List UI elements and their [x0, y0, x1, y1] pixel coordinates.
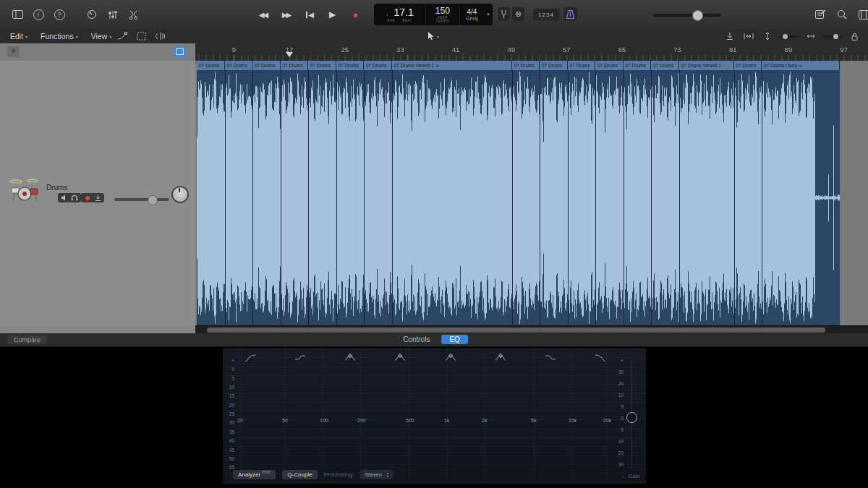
- bell-band-icon[interactable]: [445, 352, 456, 361]
- marquee-scissors-icon[interactable]: [135, 30, 148, 42]
- ruler-mark: 25: [341, 46, 349, 53]
- rewind-button[interactable]: ◀◀: [253, 7, 273, 22]
- region[interactable]: 07 Drums: [225, 61, 253, 70]
- waveform-canvas[interactable]: [197, 70, 840, 325]
- inspector-icon[interactable]: i: [30, 7, 47, 22]
- count-in-button[interactable]: 1234: [533, 9, 559, 20]
- functions-menu[interactable]: Functions▾: [41, 32, 78, 40]
- note-pads-icon[interactable]: [812, 7, 829, 22]
- tuner-icon[interactable]: [498, 7, 510, 21]
- q-couple-button[interactable]: Q-Couple: [282, 470, 317, 479]
- input-monitor-icon[interactable]: [94, 194, 101, 202]
- no-input-icon[interactable]: ⊗: [512, 7, 524, 21]
- region[interactable]: 07 Drums Verse6.1: [679, 61, 734, 70]
- track-header-config-button[interactable]: [173, 46, 187, 57]
- tab-controls[interactable]: Controls: [400, 335, 433, 344]
- db-scale-label: 15: [224, 393, 234, 398]
- bar-ruler[interactable]: 91725334149576573818997: [195, 43, 868, 61]
- library-icon[interactable]: [9, 7, 26, 22]
- catch-playhead-icon[interactable]: [723, 30, 736, 42]
- db-scale-label: 20: [224, 403, 234, 408]
- go-to-beginning-button[interactable]: ◀: [299, 7, 319, 22]
- horizontal-zoom-icon[interactable]: [804, 30, 817, 42]
- loop-browser-icon[interactable]: [833, 7, 851, 22]
- mixer-icon[interactable]: [104, 7, 122, 22]
- region[interactable]: 07 Drums: [364, 61, 392, 70]
- gain-scale-label: 10: [613, 393, 624, 398]
- region[interactable]: 07 Drums: [336, 61, 365, 70]
- edit-menu[interactable]: Edit▾: [10, 32, 27, 40]
- drum-kit-icon: [9, 176, 41, 205]
- metronome-icon[interactable]: [563, 7, 577, 21]
- processing-dropdown[interactable]: Stereo ▲▼: [360, 470, 393, 479]
- track-name[interactable]: Drums: [46, 184, 67, 192]
- bell-band-icon[interactable]: [394, 352, 406, 361]
- grid-line: [409, 348, 409, 484]
- track-volume-slider[interactable]: [114, 195, 169, 204]
- vertical-zoom-icon[interactable]: [761, 30, 774, 42]
- region[interactable]: 07 Drums: [308, 61, 336, 70]
- eq-gain-knob[interactable]: [626, 412, 637, 423]
- region[interactable]: 07 Drums: [197, 61, 225, 70]
- add-track-button[interactable]: +: [7, 46, 20, 57]
- analyzer-button[interactable]: AnalyzerPOST: [233, 470, 276, 479]
- region[interactable]: 07 Drums: [624, 61, 652, 70]
- lock-icon[interactable]: [848, 30, 861, 42]
- region[interactable]: 07 Drums: [651, 61, 679, 70]
- play-button[interactable]: ▶: [323, 7, 342, 22]
- timeline[interactable]: 07 Drums07 Drums07 Drums07 Drums07 Drums…: [195, 61, 868, 325]
- master-volume-slider[interactable]: [653, 10, 721, 19]
- editors-scissors-icon[interactable]: [125, 7, 142, 22]
- eq-graph[interactable]: +0510152025303540455055- +30201050510203…: [223, 348, 646, 484]
- region[interactable]: 07 Drums: [281, 61, 309, 70]
- record-monitor-group: [81, 193, 104, 202]
- region[interactable]: 07 Drums: [734, 61, 762, 70]
- automation-curve-icon[interactable]: [116, 30, 129, 42]
- bell-band-icon[interactable]: [495, 352, 506, 361]
- lowpass-band-icon[interactable]: [595, 352, 606, 361]
- ruler-mark: 57: [563, 46, 571, 53]
- region[interactable]: 07 Drums: [252, 61, 281, 70]
- solo-icon[interactable]: [71, 194, 78, 202]
- flex-time-icon[interactable]: [153, 30, 166, 42]
- pan-knob[interactable]: [171, 186, 189, 203]
- region[interactable]: 07 Drums Outro∞: [762, 61, 840, 70]
- region[interactable]: 07 Drums: [595, 61, 624, 70]
- grid-line: [285, 348, 286, 484]
- bell-band-icon[interactable]: [344, 352, 356, 361]
- lcd-chevron-icon[interactable]: ▾: [484, 4, 493, 25]
- horizontal-zoom-slider[interactable]: [823, 33, 842, 40]
- volume-thumb[interactable]: [692, 10, 703, 21]
- region[interactable]: 07 Drums: [512, 61, 540, 70]
- gain-scale-label: 5: [613, 404, 624, 409]
- sidebar-footer: [0, 325, 196, 333]
- pointer-tool-menu[interactable]: ▾: [422, 30, 444, 42]
- highpass-band-icon[interactable]: [244, 352, 256, 361]
- vertical-zoom-slider[interactable]: [780, 33, 799, 40]
- view-menu[interactable]: View▾: [91, 32, 112, 40]
- region[interactable]: 07 Drums Verse5.1∞: [392, 61, 512, 70]
- lcd-display[interactable]: ♩17.1 BARBEAT 150 KEEP TEMPO 4/4 Gmaj ▾: [374, 4, 493, 25]
- region-name-strip: 07 Drums07 Drums07 Drums07 Drums07 Drums…: [197, 61, 840, 70]
- region[interactable]: 07 Drums: [568, 61, 596, 70]
- quick-help-icon[interactable]: ?: [51, 7, 68, 22]
- track-volume-thumb[interactable]: [148, 195, 158, 205]
- high-shelf-band-icon[interactable]: [545, 352, 556, 361]
- tab-eq[interactable]: EQ: [441, 335, 467, 344]
- record-enable-icon[interactable]: [84, 194, 91, 202]
- low-shelf-band-icon[interactable]: [294, 352, 306, 361]
- ruler-mark: 17: [286, 46, 294, 53]
- grid-line: [323, 348, 323, 484]
- scrollbar-thumb[interactable]: [207, 328, 825, 333]
- tracks-menu-bar: Edit▾ Functions▾ View▾ ▾: [0, 29, 868, 44]
- mute-icon[interactable]: [61, 194, 68, 202]
- ruler-mark: 9: [232, 46, 236, 53]
- garageband-window: i ? ◀◀ ▶▶ ◀ ▶ ● ↻ ♩17.1 BARBEAT: [0, 0, 868, 488]
- record-button[interactable]: ●: [346, 7, 365, 22]
- smart-controls-icon[interactable]: [83, 7, 101, 22]
- zoom-fit-icon[interactable]: [742, 30, 755, 42]
- region[interactable]: 07 Drums: [540, 61, 568, 70]
- forward-button[interactable]: ▶▶: [276, 7, 296, 22]
- media-browser-icon[interactable]: [855, 7, 868, 22]
- compare-button[interactable]: Compare: [7, 335, 47, 344]
